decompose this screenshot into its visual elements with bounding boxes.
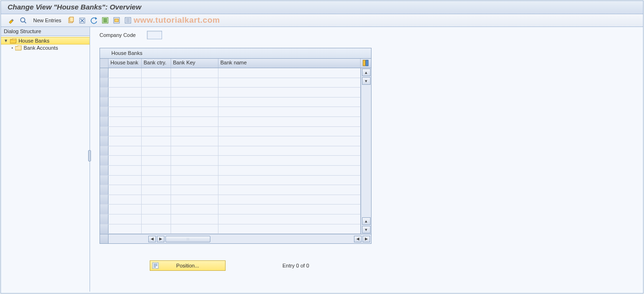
cell-bank-ctry[interactable] [142,117,171,126]
cell-bank-name[interactable] [218,98,361,107]
scroll-up-icon[interactable]: ▲ [362,69,371,76]
cell-bank-key[interactable] [171,224,218,234]
cell-house-bank[interactable] [109,185,142,195]
cell-house-bank[interactable] [109,127,142,136]
table-row[interactable] [100,127,361,137]
table-row[interactable] [100,166,361,176]
cell-house-bank[interactable] [109,205,142,214]
cell-house-bank[interactable] [109,117,142,126]
cell-bank-key[interactable] [171,88,218,97]
cell-bank-ctry[interactable] [142,176,171,185]
select-block-icon[interactable] [112,16,121,25]
row-selector[interactable] [100,136,109,146]
cell-bank-name[interactable] [218,156,361,165]
cell-bank-name[interactable] [218,127,361,136]
cell-bank-ctry[interactable] [142,88,171,97]
cell-bank-ctry[interactable] [142,156,171,165]
cell-bank-ctry[interactable] [142,68,171,78]
table-row[interactable] [100,224,361,234]
cell-bank-name[interactable] [218,107,361,116]
cell-bank-name[interactable] [218,136,361,146]
cell-house-bank[interactable] [109,68,142,78]
table-row[interactable] [100,205,361,214]
row-selector[interactable] [100,185,109,195]
row-selector[interactable] [100,68,109,78]
cell-house-bank[interactable] [109,195,142,205]
row-selector[interactable] [100,98,109,107]
column-header-bank-key[interactable]: Bank Key [171,59,218,68]
cell-bank-key[interactable] [171,107,218,116]
cell-bank-key[interactable] [171,195,218,205]
table-row[interactable] [100,117,361,127]
cell-house-bank[interactable] [109,176,142,185]
tree-item-house-banks[interactable]: ▼ House Banks [1,37,90,45]
deselect-all-icon[interactable] [124,16,132,25]
cell-bank-ctry[interactable] [142,107,171,116]
cell-bank-ctry[interactable] [142,136,171,146]
row-selector[interactable] [100,214,109,224]
cell-house-bank[interactable] [109,78,142,88]
cell-house-bank[interactable] [109,136,142,146]
row-selector[interactable] [100,78,109,88]
cell-bank-ctry[interactable] [142,146,171,156]
cell-bank-key[interactable] [171,146,218,156]
table-row[interactable] [100,214,361,224]
cell-bank-ctry[interactable] [142,78,171,88]
cell-bank-name[interactable] [218,205,361,214]
cell-bank-ctry[interactable] [142,127,171,136]
row-selector[interactable] [100,88,109,97]
column-header-select[interactable] [100,59,109,68]
cell-bank-key[interactable] [171,185,218,195]
cell-house-bank[interactable] [109,146,142,156]
cell-bank-ctry[interactable] [142,166,171,175]
delete-icon[interactable] [78,16,87,25]
table-row[interactable] [100,195,361,205]
cell-bank-name[interactable] [218,78,361,88]
scroll-up-end-icon[interactable]: ▲ [362,217,371,225]
row-selector[interactable] [100,176,109,185]
table-row[interactable] [100,136,361,146]
row-selector[interactable] [100,195,109,205]
cell-house-bank[interactable] [109,98,142,107]
cell-bank-key[interactable] [171,117,218,126]
horizontal-scrollbar[interactable]: ◀ ▶ ::: ◀ ▶ [100,234,371,243]
cell-bank-ctry[interactable] [142,185,171,195]
table-row[interactable] [100,176,361,186]
cell-house-bank[interactable] [109,214,142,224]
table-row[interactable] [100,98,361,107]
undo-icon[interactable] [90,16,98,25]
toggle-display-change-icon[interactable] [8,16,16,25]
cell-bank-name[interactable] [218,195,361,205]
new-entries-button[interactable]: New Entries [30,17,64,24]
cell-bank-name[interactable] [218,117,361,126]
row-selector[interactable] [100,127,109,136]
cell-bank-key[interactable] [171,98,218,107]
copy-icon[interactable] [67,16,75,25]
table-row[interactable] [100,185,361,195]
cell-bank-name[interactable] [218,176,361,185]
row-selector[interactable] [100,205,109,214]
row-selector[interactable] [100,117,109,126]
row-selector[interactable] [100,146,109,156]
scroll-down-end-icon[interactable]: ▼ [362,226,371,233]
scroll-right-last-icon[interactable]: ▶ [363,236,370,242]
column-header-bank-name[interactable]: Bank name [218,59,361,68]
cell-bank-key[interactable] [171,176,218,185]
cell-bank-key[interactable] [171,156,218,165]
cell-house-bank[interactable] [109,156,142,165]
cell-bank-name[interactable] [218,214,361,224]
cell-bank-ctry[interactable] [142,214,171,224]
vertical-scrollbar[interactable]: ▲ ▼ ▲ ▼ [361,68,371,234]
cell-bank-name[interactable] [218,68,361,78]
table-row[interactable] [100,68,361,78]
column-header-bank-ctry[interactable]: Bank ctry. [142,59,171,68]
table-row[interactable] [100,78,361,88]
cell-bank-ctry[interactable] [142,195,171,205]
scroll-thumb[interactable]: ::: [165,236,210,242]
row-selector[interactable] [100,224,109,234]
splitter-handle[interactable] [88,150,91,161]
cell-house-bank[interactable] [109,224,142,234]
cell-bank-name[interactable] [218,88,361,97]
table-row[interactable] [100,88,361,98]
cell-bank-key[interactable] [171,214,218,224]
